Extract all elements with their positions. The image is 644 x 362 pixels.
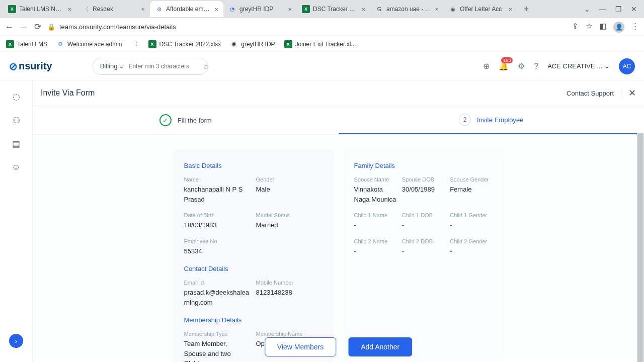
bookmark-item[interactable]: ⚙Welcome ace admin: [56, 40, 122, 48]
user-add-icon[interactable]: ⊕: [483, 61, 490, 71]
close-icon[interactable]: ×: [361, 6, 365, 13]
step-fill-form[interactable]: ✓ Fill the form: [33, 106, 339, 134]
address-bar: ← → ⟳ 🔒 teams.onsurity.com/teamsure/via-…: [0, 18, 644, 36]
globe-icon: ◉: [449, 5, 457, 13]
maximize-icon[interactable]: ❐: [615, 5, 622, 13]
mobile-value: 8123148238: [256, 288, 323, 298]
child2-dob-value: -: [402, 246, 445, 256]
browser-tab[interactable]: 〈Resdex×: [76, 1, 150, 17]
child1-dob-value: -: [402, 220, 445, 230]
forward-button[interactable]: →: [20, 22, 28, 32]
person-icon[interactable]: ☺: [12, 162, 20, 172]
chevron-down-icon[interactable]: ⌄: [584, 5, 590, 13]
avatar[interactable]: AC: [619, 58, 635, 74]
main-content: Invite Via Form Contact Support ✕ ✓ Fill…: [33, 80, 644, 362]
dashboard-icon[interactable]: ◌: [13, 92, 20, 102]
scrollbar-track[interactable]: [637, 133, 644, 362]
browser-tab[interactable]: XTalent LMS Nove×: [3, 1, 76, 17]
document-icon[interactable]: ▤: [12, 139, 20, 149]
close-icon[interactable]: ×: [435, 6, 439, 13]
gender-value: Male: [256, 185, 323, 195]
star-icon[interactable]: ☆: [586, 22, 592, 33]
child2-name-value: -: [354, 246, 397, 256]
search-icon[interactable]: ⌕: [204, 62, 209, 71]
chevron-down-icon: ⌄: [604, 62, 610, 70]
globe-icon: ◉: [230, 40, 238, 48]
step-number: 2: [459, 114, 471, 126]
new-tab-button[interactable]: +: [519, 4, 533, 15]
form-review: Basic Details Namekanchanapalli N P S Pr…: [33, 135, 644, 362]
window-controls: ⌄ — ❐ ✕: [584, 5, 644, 13]
share-icon[interactable]: ⇪: [572, 22, 579, 33]
excel-icon: X: [148, 40, 156, 48]
email-value: prasad.k@deekshalearning.com: [184, 288, 251, 307]
sidebar: ◌ ⚇ ▤ ☺ ›: [0, 80, 33, 362]
search-input[interactable]: [128, 63, 204, 70]
add-another-button[interactable]: Add Another: [348, 337, 412, 356]
check-icon: ✓: [159, 114, 172, 126]
expand-sidebar-button[interactable]: ›: [9, 334, 23, 348]
bookmark-item[interactable]: 〈: [131, 40, 139, 48]
site-icon: ◔: [228, 5, 236, 13]
site-icon: ⊘: [155, 5, 163, 13]
url-field[interactable]: 🔒 teams.onsurity.com/teamsure/via-detail…: [47, 23, 566, 31]
family-details-card: Family Details Spouse NameVinnakota Naga…: [343, 150, 504, 362]
profile-icon[interactable]: 👤: [613, 22, 624, 33]
menu-icon[interactable]: ⋮: [631, 22, 639, 33]
action-buttons: View Members Add Another: [265, 337, 412, 356]
close-icon[interactable]: ×: [141, 6, 145, 13]
step-invite-employee[interactable]: 2 Invite Employee: [339, 106, 645, 134]
bookmark-item[interactable]: ◉greytHR IDP: [230, 40, 275, 48]
child1-gender-value: -: [450, 220, 493, 230]
close-icon[interactable]: ×: [67, 6, 71, 13]
contact-support-link[interactable]: Contact Support: [567, 89, 621, 97]
bookmark-item[interactable]: XTalent LMS: [6, 40, 47, 48]
marital-value: Married: [256, 220, 323, 230]
browser-tab[interactable]: ◉Offer Letter Acc×: [444, 1, 517, 17]
bookmark-item[interactable]: XJoiner Exit Tracker.xl...: [284, 40, 356, 48]
excel-icon: X: [302, 5, 310, 13]
reload-button[interactable]: ⟳: [34, 22, 41, 32]
help-icon[interactable]: ?: [534, 62, 538, 71]
gear-icon[interactable]: ⚙: [518, 61, 525, 71]
search-category-dropdown[interactable]: Billing ⌄: [100, 62, 125, 70]
membership-type-value: Team Member, Spouse and two Children: [184, 339, 251, 362]
search-box[interactable]: Billing ⌄ ⌕: [93, 58, 208, 75]
close-icon[interactable]: ×: [214, 6, 218, 13]
close-icon[interactable]: ×: [508, 6, 512, 13]
view-members-button[interactable]: View Members: [265, 337, 336, 356]
back-button[interactable]: ←: [5, 22, 14, 32]
browser-tab[interactable]: XDSC Tracker 2022×: [297, 1, 370, 17]
name-value: kanchanapalli N P S Prasad: [184, 185, 251, 204]
dob-value: 18/03/1983: [184, 220, 251, 230]
site-icon: 〈: [82, 5, 90, 13]
bookmark-item[interactable]: XDSC Tracker 2022.xlsx: [148, 40, 221, 48]
page-title: Invite Via Form: [41, 88, 95, 98]
stepper: ✓ Fill the form 2 Invite Employee: [33, 106, 644, 135]
tab-strip: XTalent LMS Nove× 〈Resdex× ⊘Affordable e…: [0, 0, 644, 18]
section-title: Membership Details: [184, 316, 323, 324]
close-window-icon[interactable]: ✕: [631, 5, 637, 13]
section-title: Contact Details: [184, 265, 323, 273]
minimize-icon[interactable]: —: [599, 5, 606, 13]
browser-tab[interactable]: ◔greytHR IDP×: [223, 1, 297, 17]
child1-name-value: -: [354, 220, 397, 230]
browser-tab-active[interactable]: ⊘Affordable emplo×: [150, 1, 223, 17]
bell-icon[interactable]: 🔔163: [499, 61, 509, 71]
spouse-dob-value: 30/05/1989: [402, 185, 445, 195]
spouse-gender-value: Female: [450, 185, 493, 195]
section-title: Basic Details: [184, 162, 323, 169]
logo[interactable]: ⊘nsurity: [9, 60, 52, 72]
child2-gender-value: -: [450, 246, 493, 256]
close-icon[interactable]: ×: [288, 6, 292, 13]
browser-chrome: XTalent LMS Nove× 〈Resdex× ⊘Affordable e…: [0, 0, 644, 52]
team-icon[interactable]: ⚇: [13, 115, 20, 126]
browser-tab[interactable]: Gamazon uae - Go×: [370, 1, 444, 17]
spouse-name-value: Vinnakota Naga Mounica: [354, 185, 397, 204]
scrollbar-thumb[interactable]: [637, 133, 643, 362]
close-icon[interactable]: ✕: [628, 87, 636, 99]
site-icon: ⚙: [56, 40, 64, 48]
org-dropdown[interactable]: ACE CREATIVE ... ⌄: [547, 62, 610, 70]
panel-icon[interactable]: ◧: [599, 22, 606, 33]
lock-icon: 🔒: [47, 23, 55, 31]
